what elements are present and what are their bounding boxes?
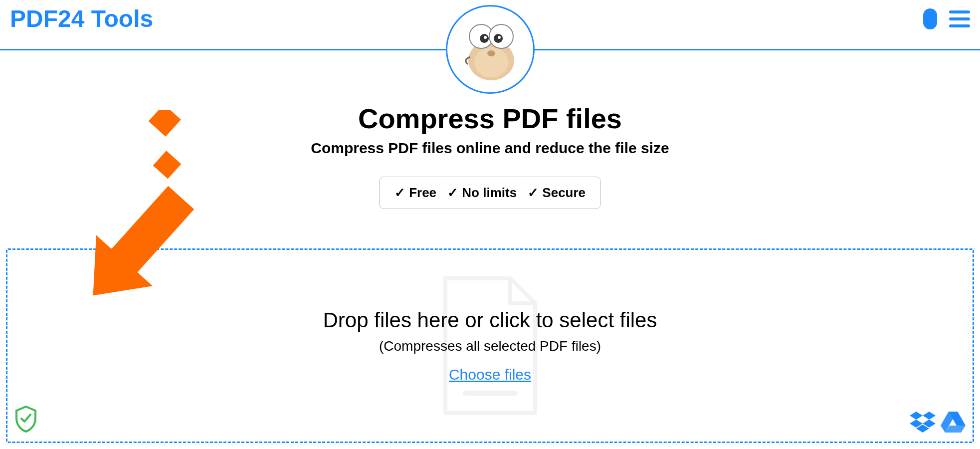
dropbox-icon[interactable] [910, 411, 936, 435]
feature-secure: ✓ Secure [528, 185, 586, 201]
feature-free: ✓ Free [394, 185, 436, 201]
mascot-icon [446, 5, 535, 94]
svg-point-7 [484, 36, 487, 39]
svg-point-8 [498, 36, 501, 39]
feature-nolimits: ✓ No limits [447, 185, 517, 201]
svg-rect-11 [149, 110, 181, 137]
notification-pill-icon[interactable] [923, 8, 937, 29]
svg-rect-0 [923, 8, 937, 29]
svg-point-9 [487, 50, 495, 56]
menu-button[interactable] [949, 10, 970, 27]
brand-logo[interactable]: PDF24 Tools [10, 5, 153, 32]
choose-files-link[interactable]: Choose files [449, 366, 531, 383]
pointer-arrow-icon [65, 110, 299, 319]
google-drive-icon[interactable] [941, 411, 966, 435]
dropzone-subtitle: (Compresses all selected PDF files) [7, 338, 973, 354]
svg-rect-12 [153, 151, 181, 179]
features-box: ✓ Free ✓ No limits ✓ Secure [379, 177, 601, 209]
shield-check-icon[interactable] [14, 406, 37, 435]
